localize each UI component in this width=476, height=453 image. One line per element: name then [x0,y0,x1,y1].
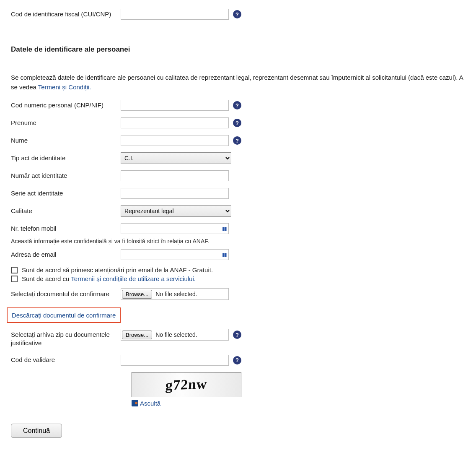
terms-link[interactable]: Termeni și Condiții. [38,83,91,91]
confirm-doc-file[interactable]: Browse... No file selected. [121,288,229,300]
captcha-text: g72nw [165,376,208,393]
prenume-label: Prenume [11,119,121,127]
serie-act-label: Serie act identitate [11,189,121,198]
help-icon[interactable]: ? [233,101,241,109]
help-icon[interactable]: ? [233,10,241,18]
calitate-label: Calitate [11,207,121,215]
prenume-input[interactable] [121,117,229,128]
terms-label-prefix: Sunt de acord cu [22,275,71,282]
zip-label: Selectați arhiva zip cu documentele just… [11,329,121,348]
cnp-label: Cod numeric personal (CNP/NIF) [11,101,121,109]
terms-checkbox[interactable] [11,276,18,282]
download-highlight: Descărcați documentul de confirmare [7,307,121,323]
cui-input[interactable] [121,9,229,20]
cui-label: Cod de identificare fiscal (CUI/CNP) [11,10,121,18]
browse-button[interactable]: Browse... [122,331,152,339]
validate-input[interactable] [121,355,229,366]
continue-button[interactable]: Continuă [11,424,62,438]
help-icon[interactable]: ? [233,136,241,145]
speaker-icon [132,400,138,406]
listen-link[interactable]: Ascultă [132,400,160,407]
tip-act-label: Tip act de identitate [11,154,121,162]
browse-button[interactable]: Browse... [122,290,152,299]
captcha-image: g72nw [132,372,241,397]
intro-text: Se completează datele de identificare al… [11,73,465,92]
cnp-input[interactable] [121,100,229,111]
download-confirm-link[interactable]: Descărcați documentul de confirmare [12,312,116,319]
confirm-doc-label: Selectați documentul de confirmare [11,290,121,298]
serie-act-input[interactable] [121,188,229,199]
opt-in-checkbox[interactable] [11,267,18,273]
calitate-select[interactable]: Reprezentant legal [121,205,231,217]
telefon-input[interactable] [121,223,229,234]
nume-label: Nume [11,136,121,145]
terms-of-use-link[interactable]: Termenii şi condiţiile de utilizare a se… [71,275,196,282]
file-status: No file selected. [155,291,197,297]
telefon-label: Nr. telefon mobil [11,224,121,233]
tip-act-select[interactable]: C.I. [121,152,231,164]
page-title: Datele de identificare ale persoanei [11,45,465,54]
help-icon[interactable]: ? [233,119,241,127]
help-icon[interactable]: ? [233,356,241,364]
listen-label: Ascultă [140,400,160,407]
file-status: No file selected. [155,331,197,338]
zip-file[interactable]: Browse... No file selected. [121,329,229,341]
validate-label: Cod de validare [11,356,121,364]
numar-act-label: Număr act identitate [11,172,121,180]
email-input[interactable] [121,249,229,260]
help-icon[interactable]: ? [233,331,241,339]
telefon-note: Această informație este confidențială și… [11,238,465,245]
opt-in-label: Sunt de acord să primesc atenționări pri… [22,266,213,273]
email-label: Adresa de email [11,250,121,259]
nume-input[interactable] [121,135,229,146]
numar-act-input[interactable] [121,170,229,181]
